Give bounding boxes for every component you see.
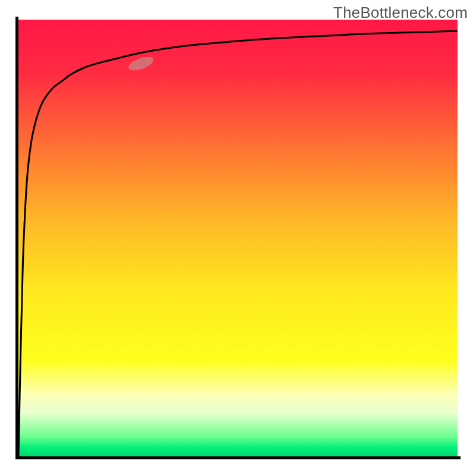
chart-svg [0,0,476,476]
gradient-background [18,20,458,456]
watermark-label: TheBottleneck.com [333,4,468,22]
chart-frame: TheBottleneck.com [0,0,476,476]
